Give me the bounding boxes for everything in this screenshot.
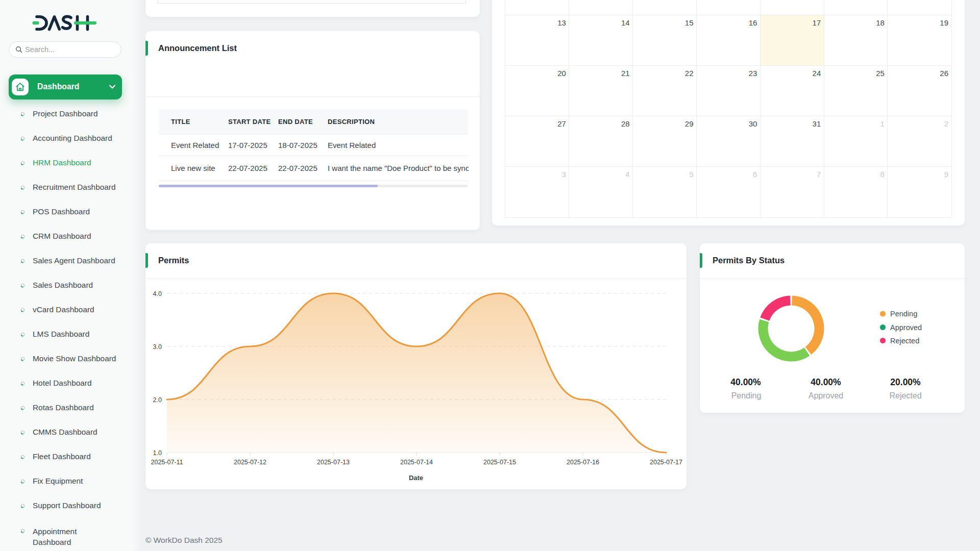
svg-text:2025-07-13: 2025-07-13 bbox=[317, 459, 350, 466]
svg-text:2025-07-11: 2025-07-11 bbox=[151, 459, 183, 466]
svg-text:4.0: 4.0 bbox=[153, 290, 162, 297]
svg-text:2025-07-17: 2025-07-17 bbox=[650, 459, 682, 466]
svg-text:2025-07-15: 2025-07-15 bbox=[483, 459, 516, 466]
svg-text:2025-07-12: 2025-07-12 bbox=[234, 459, 266, 466]
svg-text:3.0: 3.0 bbox=[153, 343, 162, 350]
svg-text:1.0: 1.0 bbox=[153, 449, 162, 457]
svg-text:2025-07-16: 2025-07-16 bbox=[567, 459, 599, 466]
svg-text:2.0: 2.0 bbox=[153, 396, 162, 404]
svg-text:2025-07-14: 2025-07-14 bbox=[400, 459, 433, 466]
